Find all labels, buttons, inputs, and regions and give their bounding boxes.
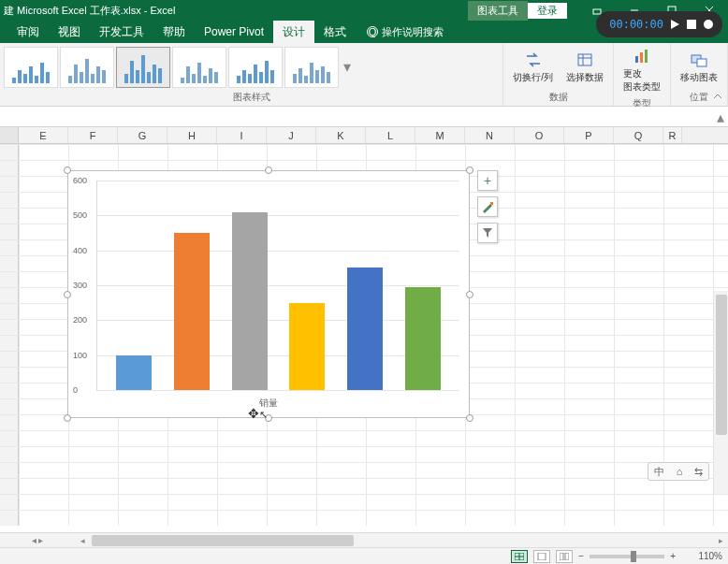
vertical-scrollbar[interactable] bbox=[713, 291, 728, 494]
column-header-G[interactable]: G bbox=[118, 127, 167, 143]
scroll-left-button[interactable]: ◂ bbox=[75, 536, 90, 545]
chart-bar[interactable] bbox=[405, 287, 441, 390]
chart-elements-button[interactable]: + bbox=[477, 170, 498, 191]
resize-handle[interactable] bbox=[265, 166, 272, 174]
select-all-corner[interactable] bbox=[0, 127, 19, 143]
chart-styles-gallery[interactable]: ▾ bbox=[4, 45, 499, 89]
svg-rect-17 bbox=[538, 553, 546, 560]
tab-format[interactable]: 格式 bbox=[314, 21, 356, 44]
ime-switch-icon[interactable]: ⇆ bbox=[694, 466, 703, 478]
chart-bar[interactable] bbox=[232, 212, 268, 390]
chart-filters-button[interactable] bbox=[477, 223, 498, 243]
zoom-out-button[interactable]: − bbox=[578, 551, 584, 561]
tab-powerpivot[interactable]: Power Pivot bbox=[195, 22, 273, 42]
funnel-icon bbox=[482, 227, 493, 239]
select-data-icon bbox=[575, 51, 594, 69]
svg-rect-9 bbox=[640, 52, 643, 63]
login-button[interactable]: 登录 bbox=[528, 3, 567, 19]
column-header-N[interactable]: N bbox=[465, 127, 515, 143]
resize-handle[interactable] bbox=[64, 414, 71, 422]
column-header-H[interactable]: H bbox=[167, 127, 217, 143]
tab-developer[interactable]: 开发工具 bbox=[90, 21, 153, 44]
column-header-R[interactable]: R bbox=[663, 127, 682, 143]
scroll-right-button[interactable]: ▸ bbox=[713, 536, 728, 545]
chart-bars[interactable] bbox=[97, 181, 459, 390]
worksheet-area[interactable]: 0100200300400500600 销量 + ✥↖ 中 ⌂ ⇆ bbox=[0, 144, 728, 526]
group-label-data: 数据 bbox=[507, 89, 609, 106]
ime-lang-icon[interactable]: 中 bbox=[654, 465, 664, 479]
recorder-stop-icon[interactable] bbox=[687, 20, 696, 29]
chart-style-thumb[interactable] bbox=[60, 47, 114, 88]
recorder-record-icon[interactable] bbox=[704, 20, 713, 29]
column-header-E[interactable]: E bbox=[19, 127, 68, 143]
svg-rect-12 bbox=[697, 59, 706, 66]
scrollbar-track[interactable] bbox=[90, 533, 713, 548]
view-normal-button[interactable] bbox=[511, 550, 528, 563]
collapse-ribbon-button[interactable] bbox=[711, 91, 724, 104]
svg-rect-18 bbox=[560, 553, 563, 560]
move-chart-button[interactable]: 移动图表 bbox=[675, 49, 723, 86]
chart-axis-title[interactable]: 销量 bbox=[68, 397, 469, 410]
chart-style-thumb[interactable] bbox=[116, 47, 170, 88]
column-header-K[interactable]: K bbox=[316, 127, 366, 143]
column-header-J[interactable]: J bbox=[267, 127, 316, 143]
change-chart-type-button[interactable]: 更改 图表类型 bbox=[618, 45, 666, 95]
column-header-F[interactable]: F bbox=[68, 127, 118, 143]
move-chart-icon bbox=[690, 51, 708, 69]
column-header-M[interactable]: M bbox=[415, 127, 465, 143]
resize-handle[interactable] bbox=[64, 166, 71, 174]
scrollbar-thumb[interactable] bbox=[92, 535, 354, 546]
tab-view[interactable]: 视图 bbox=[49, 21, 90, 44]
zoom-thumb[interactable] bbox=[631, 551, 636, 562]
scrollbar-thumb[interactable] bbox=[716, 295, 727, 435]
ribbon: ▾ 图表样式 切换行/列 选择数据 数据 更改 图表类型 类型 bbox=[0, 43, 728, 107]
y-axis-tick: 500 bbox=[73, 210, 87, 220]
chart-bar[interactable] bbox=[289, 303, 325, 390]
ime-toolbar[interactable]: 中 ⌂ ⇆ bbox=[648, 462, 709, 481]
switch-row-col-button[interactable]: 切换行/列 bbox=[507, 49, 559, 86]
zoom-in-button[interactable]: + bbox=[670, 551, 676, 561]
y-axis-tick: 400 bbox=[73, 246, 87, 255]
chart-styles-button[interactable] bbox=[477, 196, 498, 217]
tell-me[interactable]: Q 操作说明搜索 bbox=[367, 25, 444, 39]
chart-styles-more-button[interactable]: ▾ bbox=[341, 58, 354, 76]
chart-bar[interactable] bbox=[347, 268, 383, 390]
resize-handle[interactable] bbox=[466, 291, 473, 298]
lightbulb-icon: Q bbox=[367, 26, 378, 37]
chart-bar[interactable] bbox=[116, 355, 152, 390]
column-header-I[interactable]: I bbox=[217, 127, 267, 143]
chart-plot-area[interactable]: 0100200300400500600 bbox=[96, 181, 459, 391]
chart-style-thumb[interactable] bbox=[172, 47, 226, 88]
view-page-layout-button[interactable] bbox=[533, 550, 550, 563]
zoom-level[interactable]: 110% bbox=[681, 551, 722, 561]
scroll-up-button[interactable]: ▴ bbox=[713, 108, 728, 125]
tab-design[interactable]: 设计 bbox=[273, 21, 314, 44]
ime-keyboard-icon[interactable]: ⌂ bbox=[677, 466, 683, 477]
chart-style-thumb[interactable] bbox=[228, 47, 283, 88]
chart-floating-toolbar: + bbox=[477, 170, 498, 243]
sheet-nav[interactable]: ◂ ▸ bbox=[0, 535, 75, 545]
switch-icon bbox=[524, 51, 543, 69]
recorder-play-icon[interactable] bbox=[671, 20, 679, 29]
chart-gridline bbox=[97, 390, 459, 391]
column-header-L[interactable]: L bbox=[366, 127, 415, 143]
tab-review[interactable]: 审阅 bbox=[7, 21, 49, 44]
screen-recorder[interactable]: 00:00:00 bbox=[596, 11, 722, 37]
resize-handle[interactable] bbox=[64, 291, 71, 298]
resize-handle[interactable] bbox=[466, 166, 473, 174]
grid-icon bbox=[515, 553, 524, 560]
resize-handle[interactable] bbox=[466, 414, 473, 422]
column-header-Q[interactable]: Q bbox=[614, 127, 663, 143]
chart-bar[interactable] bbox=[174, 233, 210, 390]
view-page-break-button[interactable] bbox=[556, 550, 573, 563]
zoom-slider[interactable] bbox=[590, 555, 664, 558]
column-header-O[interactable]: O bbox=[515, 127, 564, 143]
chart-style-thumb[interactable] bbox=[284, 47, 339, 88]
column-headers: EFGHIJKLMNOPQR bbox=[0, 127, 728, 144]
chart-object[interactable]: 0100200300400500600 销量 bbox=[67, 170, 470, 418]
horizontal-scrollbar: ◂ ▸ ◂ ▸ bbox=[0, 532, 728, 547]
select-data-button[interactable]: 选择数据 bbox=[561, 49, 609, 86]
column-header-P[interactable]: P bbox=[564, 127, 614, 143]
tab-help[interactable]: 帮助 bbox=[153, 21, 195, 44]
chart-style-thumb[interactable] bbox=[4, 47, 58, 88]
